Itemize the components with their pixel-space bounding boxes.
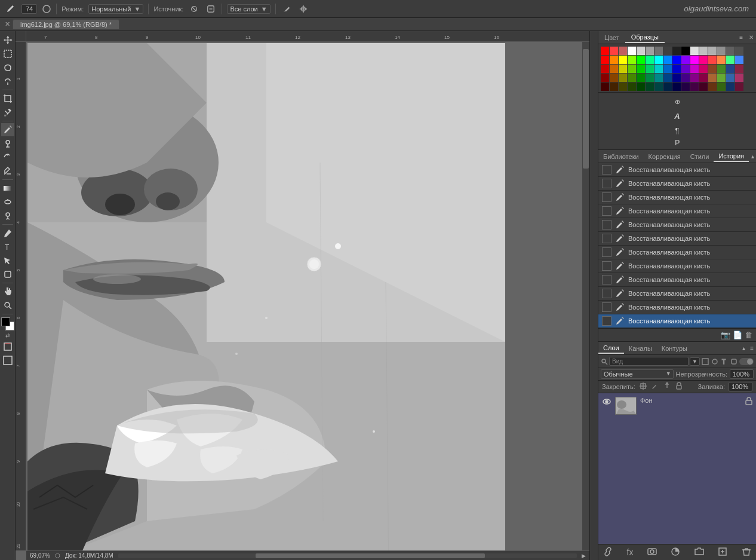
swatch[interactable] bbox=[619, 47, 627, 55]
swatch[interactable] bbox=[726, 47, 735, 55]
swatch[interactable] bbox=[663, 82, 672, 91]
swatch[interactable] bbox=[672, 47, 681, 55]
canvas-container[interactable] bbox=[26, 42, 589, 550]
swatch[interactable] bbox=[708, 65, 717, 73]
history-snapshot-checkbox[interactable] bbox=[602, 289, 611, 298]
panel-menu-btn[interactable]: ≡ bbox=[736, 34, 746, 41]
opacity-input[interactable]: 100% bbox=[730, 369, 754, 379]
layers-panel-menu[interactable]: ≡ bbox=[748, 345, 756, 351]
tab-color[interactable]: Цвет bbox=[598, 33, 625, 42]
history-snapshot-checkbox[interactable] bbox=[602, 261, 611, 271]
swatch[interactable] bbox=[690, 47, 699, 55]
layers-filter-icon-adjust[interactable] bbox=[711, 357, 719, 366]
swatch[interactable] bbox=[610, 82, 618, 91]
swatch[interactable] bbox=[672, 74, 681, 82]
v-scrollbar[interactable] bbox=[582, 42, 589, 550]
swatch[interactable] bbox=[646, 47, 654, 55]
history-snapshot-checkbox[interactable] bbox=[602, 165, 611, 175]
swatch[interactable] bbox=[708, 74, 717, 82]
move-tool[interactable] bbox=[1, 33, 14, 47]
source-icon-1[interactable] bbox=[188, 3, 200, 15]
swatch[interactable] bbox=[690, 56, 699, 64]
swatch[interactable] bbox=[699, 56, 708, 64]
layers-panel-collapse[interactable]: ▴ bbox=[740, 345, 748, 351]
tab-styles[interactable]: Стили bbox=[686, 152, 714, 161]
healing-brush-tool[interactable] bbox=[1, 123, 14, 136]
tab-swatches[interactable]: Образцы bbox=[625, 32, 665, 43]
swatch[interactable] bbox=[637, 82, 645, 91]
swatch[interactable] bbox=[735, 74, 743, 82]
swatch[interactable] bbox=[672, 65, 681, 73]
swatch[interactable] bbox=[610, 56, 618, 64]
swatch[interactable] bbox=[735, 82, 743, 91]
swatch[interactable] bbox=[610, 47, 618, 55]
layers-filter-icon-shape[interactable] bbox=[730, 357, 738, 366]
sample-icon[interactable] bbox=[281, 3, 293, 15]
swatch[interactable] bbox=[690, 65, 699, 73]
swatch[interactable] bbox=[663, 47, 672, 55]
history-snapshot-checkbox[interactable] bbox=[602, 206, 611, 216]
swatch[interactable] bbox=[681, 74, 690, 82]
history-item-11[interactable]: Восстанавливающая кисть bbox=[598, 301, 756, 314]
swatch[interactable] bbox=[672, 82, 681, 91]
type-tool[interactable]: T bbox=[1, 240, 14, 253]
lock-paint-btn[interactable] bbox=[651, 382, 659, 391]
new-snapshot-btn[interactable]: 📷 bbox=[721, 331, 730, 339]
layer-visibility-eye[interactable] bbox=[602, 397, 611, 408]
layer-item-background[interactable]: Фон bbox=[598, 393, 756, 544]
history-item-9[interactable]: Восстанавливающая кисть bbox=[598, 273, 756, 287]
swatch[interactable] bbox=[663, 74, 672, 82]
brush-panel-icon[interactable]: A bbox=[671, 109, 684, 123]
swatch[interactable] bbox=[601, 74, 609, 82]
create-doc-from-state-btn[interactable]: 📄 bbox=[733, 331, 742, 339]
history-snapshot-checkbox[interactable] bbox=[602, 316, 611, 326]
swatch[interactable] bbox=[717, 65, 726, 73]
swatch[interactable] bbox=[637, 47, 645, 55]
swatch[interactable] bbox=[717, 82, 726, 91]
h-scrollbar-thumb[interactable] bbox=[256, 553, 485, 558]
history-item-3[interactable]: Восстанавливающая кисть bbox=[598, 191, 756, 204]
eyedropper-tool[interactable] bbox=[1, 106, 14, 119]
swatch[interactable] bbox=[699, 65, 708, 73]
mode-select[interactable]: Нормальный ▼ bbox=[88, 4, 143, 14]
swatch[interactable] bbox=[699, 47, 708, 55]
history-snapshot-checkbox[interactable] bbox=[602, 220, 611, 229]
swatch[interactable] bbox=[646, 82, 654, 91]
swatch[interactable] bbox=[726, 82, 735, 91]
history-item-2[interactable]: Восстанавливающая кисть bbox=[598, 177, 756, 191]
delete-state-btn[interactable]: 🗑 bbox=[745, 331, 752, 339]
swatch[interactable] bbox=[726, 56, 735, 64]
history-panel-collapse[interactable]: ▴ bbox=[749, 153, 756, 160]
tab-channels[interactable]: Каналы bbox=[624, 344, 657, 353]
gradient-tool[interactable] bbox=[1, 182, 14, 195]
v-scrollbar-thumb[interactable] bbox=[583, 49, 589, 169]
delete-layer-btn[interactable] bbox=[742, 547, 751, 558]
swatch[interactable] bbox=[628, 56, 636, 64]
layers-filter-input[interactable]: Вид bbox=[609, 357, 689, 366]
blend-mode-select[interactable]: Обычные ▼ bbox=[601, 369, 674, 379]
swatch[interactable] bbox=[637, 74, 645, 82]
swatch[interactable] bbox=[601, 47, 609, 55]
swatch[interactable] bbox=[654, 65, 663, 73]
history-item-12-active[interactable]: Восстанавливающая кисть bbox=[598, 314, 756, 328]
panel-close-btn[interactable]: ✕ bbox=[746, 34, 756, 41]
history-item-10[interactable]: Восстанавливающая кисть bbox=[598, 287, 756, 301]
link-layers-btn[interactable] bbox=[603, 547, 613, 558]
brush-size-field[interactable]: 74 bbox=[21, 4, 37, 14]
swatch[interactable] bbox=[690, 74, 699, 82]
swatch[interactable] bbox=[619, 74, 627, 82]
layers-filter-icon-text[interactable]: T bbox=[720, 357, 729, 366]
swatch[interactable] bbox=[699, 74, 708, 82]
history-item-7[interactable]: Восстанавливающая кисть bbox=[598, 246, 756, 259]
swatch[interactable] bbox=[708, 82, 717, 91]
lock-position-btn[interactable] bbox=[663, 382, 671, 391]
source-icon-2[interactable] bbox=[205, 3, 217, 15]
pen-tool[interactable] bbox=[1, 227, 14, 240]
lock-pixels-btn[interactable] bbox=[639, 382, 647, 391]
dodge-tool[interactable] bbox=[1, 209, 14, 222]
swatch[interactable] bbox=[610, 65, 618, 73]
new-group-btn[interactable] bbox=[694, 547, 704, 558]
layers-filter-toggle[interactable] bbox=[739, 358, 754, 365]
swatch[interactable] bbox=[637, 56, 645, 64]
swatch[interactable] bbox=[646, 74, 654, 82]
